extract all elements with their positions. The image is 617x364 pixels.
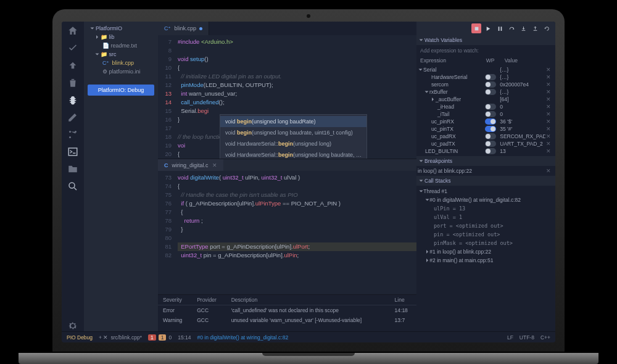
status-bar: PIO Debug + ✕ src/blink.cpp* 11 0 15:14 … (62, 331, 555, 342)
watch-add-input[interactable]: Add expression to watch: (416, 45, 555, 56)
status-frame[interactable]: #0 in digitalWrite() at wiring_digital.c… (197, 334, 288, 341)
svg-point-1 (69, 136, 71, 138)
watchpoint-toggle[interactable] (485, 89, 496, 95)
watch-header[interactable]: Watch Variables (416, 35, 555, 45)
stack-var: pinMask = <optimized out> (416, 239, 555, 247)
stack-var: ulPin = 13 (416, 204, 555, 213)
close-icon[interactable]: ✕ (545, 141, 552, 147)
watch-row[interactable]: _iHead0✕ (416, 103, 555, 110)
debug-step-over-button[interactable] (507, 23, 516, 33)
close-icon[interactable]: ✕ (545, 118, 552, 125)
debug-step-into-button[interactable] (518, 23, 528, 33)
watchpoint-toggle[interactable] (485, 74, 496, 80)
debug-pause-button[interactable] (495, 23, 505, 33)
close-icon[interactable]: ✕ (545, 89, 552, 95)
watch-row[interactable]: LED_BUILTIN13✕ (416, 147, 555, 155)
status-errors[interactable]: 1 (148, 334, 156, 341)
stack-frame[interactable]: #0 in digitalWrite() at wiring_digital.c… (416, 196, 555, 204)
problem-row[interactable]: ErrorGCC'call_undefined' was not declare… (158, 305, 416, 316)
bug-icon[interactable] (67, 94, 78, 105)
watchpoint-toggle[interactable] (485, 118, 496, 125)
close-icon[interactable]: ✕ (545, 67, 552, 73)
autocomplete-item[interactable]: void begin(unsigned long baudrate, uint1… (220, 127, 366, 138)
watchpoint-toggle[interactable] (485, 126, 496, 132)
watchpoint-toggle[interactable] (485, 148, 496, 154)
watch-row[interactable]: Serial{…}✕ (416, 66, 555, 73)
watch-row[interactable]: sercom0x200007e4 ✕ (416, 81, 555, 88)
breakpoint-row[interactable]: in loop() at blink.cpp:22✕ (416, 167, 555, 175)
explorer-sidebar: PlatformIO 📁 lib📄 readme.txt📁 srcC⁺ blin… (84, 22, 158, 331)
close-icon[interactable]: ✕ (545, 168, 552, 174)
tree-item[interactable]: C⁺ blink.cpp (84, 59, 158, 67)
upload-icon[interactable] (67, 60, 78, 71)
tree-root[interactable]: PlatformIO (84, 24, 158, 33)
watch-row[interactable]: _iTail0✕ (416, 110, 555, 118)
trash-icon[interactable] (67, 77, 78, 88)
close-icon[interactable]: ✕ (545, 126, 552, 132)
status-enc[interactable]: UTF-8 (520, 334, 534, 341)
debug-stop-button[interactable] (471, 23, 481, 33)
editor-tab[interactable]: C⁺ blink.cpp (158, 22, 209, 35)
breakpoints-header[interactable]: Breakpoints (416, 156, 555, 166)
close-icon[interactable]: ✕ (545, 104, 552, 110)
tree-item[interactable]: 📄 readme.txt (84, 41, 158, 50)
stack-frame[interactable]: #2 in main() at main.cpp:51 (416, 256, 555, 265)
watchpoint-toggle[interactable] (485, 133, 496, 139)
watch-row[interactable]: HardwareSerial{…}✕ (416, 73, 555, 81)
stack-var: port = <optimized out> (416, 221, 555, 230)
check-icon[interactable] (67, 43, 78, 54)
watch-row[interactable]: rxBuffer{…}✕ (416, 88, 555, 96)
autocomplete-item[interactable]: void HardwareSerial::begin(unsigned long… (220, 138, 366, 149)
svg-point-3 (69, 183, 75, 188)
debug-continue-button[interactable] (483, 23, 493, 33)
debug-restart-button[interactable] (542, 23, 552, 33)
close-icon[interactable]: ✕ (545, 96, 552, 102)
close-icon[interactable]: ✕ (545, 148, 552, 154)
watch-row[interactable]: uc_pinTX35 '#'✕ (416, 125, 555, 133)
autocomplete-item[interactable]: void HardwareSerial::begin(unsigned long… (220, 149, 366, 159)
problem-row[interactable]: WarningGCCunused variable 'warn_unused_v… (158, 315, 416, 325)
watch-row[interactable]: uc_padTXUART_TX_PAD_2✕ (416, 140, 555, 147)
activity-bar (62, 22, 84, 331)
watchpoint-toggle[interactable] (485, 81, 496, 88)
close-icon[interactable]: ✕ (545, 111, 552, 117)
close-icon[interactable]: ✕ (545, 133, 552, 139)
stack-frame[interactable]: #1 in loop() at blink.cpp:22 (416, 247, 555, 256)
svg-rect-4 (474, 27, 478, 30)
close-icon[interactable]: ✕ (545, 81, 552, 88)
editor-tab[interactable]: C wiring_digital.c ✕ (158, 159, 223, 171)
watch-row[interactable]: uc_pinRX36 '$'✕ (416, 118, 555, 125)
tree-item[interactable]: 📁 src (84, 50, 158, 59)
watchpoint-toggle[interactable] (485, 104, 496, 110)
callstack-header[interactable]: Call Stacks (416, 176, 555, 186)
stack-var: pin = <optimized out> (416, 230, 555, 239)
status-lang[interactable]: C++ (540, 334, 550, 341)
status-cursor[interactable]: 15:14 (178, 334, 191, 341)
code-editor-2[interactable]: 73747576777879808182 void digitalWrite( … (158, 171, 416, 294)
status-git[interactable]: + ✕ src/blink.cpp* (99, 334, 142, 341)
branch-icon[interactable] (67, 129, 78, 140)
status-warnings[interactable]: 1 (159, 334, 167, 341)
editor-tabs: C⁺ blink.cpp (158, 22, 416, 35)
status-lf[interactable]: LF (507, 334, 513, 341)
tree-item[interactable]: 📁 lib (84, 33, 158, 41)
close-icon[interactable]: ✕ (545, 74, 552, 80)
folder-icon[interactable] (67, 163, 78, 175)
tree-item[interactable]: ⚙ platformio.ini (84, 67, 158, 76)
search-activity-icon[interactable] (67, 181, 78, 192)
home-icon[interactable] (67, 25, 78, 36)
debug-config-badge[interactable]: PlatformIO: Debug (88, 85, 154, 96)
watchpoint-toggle[interactable] (485, 141, 496, 147)
gear-icon[interactable] (67, 320, 78, 331)
autocomplete-popup[interactable]: void begin(unsigned long baudRate)void b… (220, 114, 367, 159)
debug-step-out-button[interactable] (530, 23, 540, 33)
autocomplete-item[interactable]: void begin(unsigned long baudRate) (220, 116, 366, 127)
terminal-icon[interactable] (67, 146, 78, 157)
watch-row[interactable]: uc_padRXSERCOM_RX_PAD_3✕ (416, 133, 555, 140)
status-pio[interactable]: PIO Debug (67, 334, 93, 341)
edit-icon[interactable] (67, 112, 78, 123)
watch-row[interactable]: _aucBuffer[64]✕ (416, 96, 555, 103)
watchpoint-toggle[interactable] (485, 111, 496, 117)
code-editor-1[interactable]: 789101112131415161718192021222324 #inclu… (158, 35, 416, 159)
thread-row[interactable]: Thread #1 (416, 187, 555, 196)
